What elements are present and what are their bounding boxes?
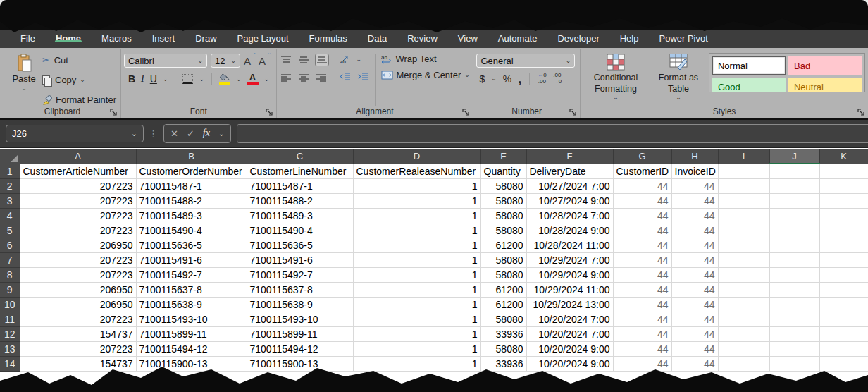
column-header-J[interactable]: J [769, 149, 819, 164]
cell-C8[interactable]: 7100115492-7 [247, 267, 353, 282]
cell-C2[interactable]: 7100115487-1 [247, 178, 353, 193]
cell-I10[interactable] [718, 297, 769, 312]
merge-center-button[interactable]: Merge & Center ⌄ [381, 70, 470, 80]
row-header-12[interactable]: 12 [0, 326, 20, 341]
row-header-10[interactable]: 10 [0, 297, 20, 312]
cell-H13[interactable]: 44 [671, 341, 718, 356]
cut-button[interactable]: ✂ Cut [42, 54, 116, 66]
cell-I13[interactable] [718, 341, 769, 356]
cell-A1[interactable]: CustomerArticleNumber [20, 164, 136, 178]
cell-B4[interactable]: 7100115489-3 [136, 208, 247, 223]
cell-D4[interactable]: 1 [353, 208, 480, 223]
column-header-C[interactable]: C [247, 149, 353, 164]
tab-review[interactable]: Review [402, 30, 442, 44]
cell-K1[interactable] [819, 164, 868, 178]
cell-I2[interactable] [718, 178, 769, 193]
row-header-2[interactable]: 2 [0, 178, 20, 193]
column-header-B[interactable]: B [136, 149, 247, 164]
cell-C7[interactable]: 7100115491-6 [247, 252, 353, 267]
cell-J9[interactable] [769, 282, 819, 297]
cell-J12[interactable] [769, 326, 819, 341]
cell-J6[interactable] [769, 238, 819, 252]
cell-K14[interactable] [819, 356, 868, 371]
cell-D8[interactable]: 1 [353, 267, 480, 282]
cell-K3[interactable] [819, 193, 868, 208]
insert-function-button[interactable]: fx [203, 128, 210, 139]
column-header-G[interactable]: G [613, 149, 671, 164]
cell-A7[interactable]: 207223 [20, 252, 136, 267]
borders-button[interactable] [182, 74, 193, 84]
name-box[interactable]: J26 ⌄ [6, 125, 144, 142]
cell-A9[interactable]: 206950 [20, 282, 136, 297]
row-header-11[interactable]: 11 [0, 312, 20, 326]
cell-H10[interactable]: 44 [671, 297, 718, 312]
cell-H4[interactable]: 44 [671, 208, 718, 223]
bold-button[interactable]: B [128, 73, 135, 85]
font-size-combobox[interactable]: 12 ⌄ [211, 54, 240, 68]
cell-H9[interactable]: 44 [671, 282, 718, 297]
tab-draw[interactable]: Draw [190, 30, 221, 44]
cell-G2[interactable]: 44 [613, 178, 671, 193]
cell-I4[interactable] [718, 208, 769, 223]
cell-B9[interactable]: 7100115637-8 [136, 282, 247, 297]
cell-F2[interactable]: 10/27/2024 7:00 [526, 178, 613, 193]
select-all-corner[interactable] [0, 149, 20, 164]
cell-E8[interactable]: 58080 [480, 267, 526, 282]
decrease-font-size-button[interactable]: Aˇ [259, 55, 270, 67]
tab-automate[interactable]: Automate [493, 30, 542, 44]
cell-J5[interactable] [769, 223, 819, 238]
copy-button[interactable]: Copy ⌄ [42, 75, 116, 85]
cell-D2[interactable]: 1 [353, 178, 480, 193]
cell-A11[interactable]: 207223 [20, 312, 136, 326]
cell-I6[interactable] [718, 238, 769, 252]
cell-H14[interactable]: 44 [671, 356, 718, 371]
align-left-button[interactable] [280, 73, 292, 84]
underline-button[interactable]: U [150, 73, 157, 85]
cell-E9[interactable]: 61200 [480, 282, 526, 297]
tab-developer[interactable]: Developer [552, 30, 604, 44]
borders-chevron-icon[interactable]: ⌄ [199, 76, 204, 82]
cell-E6[interactable]: 61200 [480, 238, 526, 252]
cell-B5[interactable]: 7100115490-4 [136, 223, 247, 238]
tab-help[interactable]: Help [615, 30, 644, 44]
cell-B7[interactable]: 7100115491-6 [136, 252, 247, 267]
cell-A5[interactable]: 207223 [20, 223, 136, 238]
cell-F8[interactable]: 10/29/2024 9:00 [526, 267, 613, 282]
column-header-I[interactable]: I [718, 149, 769, 164]
column-header-H[interactable]: H [671, 149, 718, 164]
cell-G5[interactable]: 44 [613, 223, 671, 238]
column-header-E[interactable]: E [480, 149, 526, 164]
formula-bar-drag-dots[interactable]: ⋮ [149, 128, 159, 139]
cell-I7[interactable] [718, 252, 769, 267]
cell-H7[interactable]: 44 [671, 252, 718, 267]
cell-B8[interactable]: 7100115492-7 [136, 267, 247, 282]
cell-E14[interactable]: 33936 [480, 356, 526, 371]
formula-input[interactable] [237, 124, 868, 143]
cell-K12[interactable] [819, 326, 868, 341]
styles-dialog-launcher[interactable] [857, 109, 865, 116]
cell-F14[interactable]: 10/20/2024 9:00 [526, 356, 613, 371]
row-header-9[interactable]: 9 [0, 282, 20, 297]
cell-D10[interactable]: 1 [353, 297, 480, 312]
cell-E7[interactable]: 58080 [480, 252, 526, 267]
cell-F1[interactable]: DeliveryDate [526, 164, 613, 178]
style-chip-neutral[interactable]: Neutral [788, 78, 862, 92]
style-chip-bad[interactable]: Bad [788, 56, 862, 75]
cell-J8[interactable] [769, 267, 819, 282]
cell-I3[interactable] [718, 193, 769, 208]
cell-C14[interactable]: 7100115900-13 [247, 356, 353, 371]
increase-decimal-button[interactable]: ←0.00 [538, 73, 546, 85]
cell-I5[interactable] [718, 223, 769, 238]
cell-G7[interactable]: 44 [613, 252, 671, 267]
cell-A13[interactable]: 207223 [20, 341, 136, 356]
clipboard-dialog-launcher[interactable] [110, 109, 118, 116]
cell-K2[interactable] [819, 178, 868, 193]
cell-G9[interactable]: 44 [613, 282, 671, 297]
cell-F6[interactable]: 10/28/2024 11:00 [526, 238, 613, 252]
cell-I9[interactable] [718, 282, 769, 297]
number-format-combobox[interactable]: General ⌄ [476, 54, 575, 68]
tab-insert[interactable]: Insert [147, 30, 180, 44]
cell-C6[interactable]: 7100115636-5 [247, 238, 353, 252]
cell-J3[interactable] [769, 193, 819, 208]
excel-app-icon[interactable] [27, 6, 41, 20]
